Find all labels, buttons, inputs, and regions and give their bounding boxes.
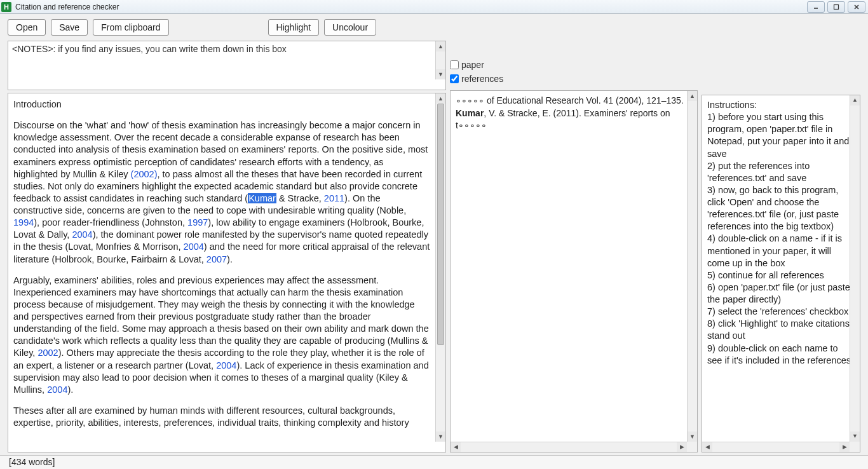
- status-bar: [434 words]: [0, 455, 868, 469]
- left-column: <NOTES>: if you find any issues, you can…: [8, 41, 446, 452]
- app-icon: H: [1, 2, 11, 12]
- word-count: [434 words]: [9, 457, 55, 467]
- notes-textbox[interactable]: <NOTES>: if you find any issues, you can…: [8, 41, 446, 90]
- highlighted-author: Kumar: [248, 193, 276, 203]
- paper-checkbox-label: paper: [461, 60, 484, 70]
- citation-2004d: 2004: [47, 384, 67, 395]
- citation-1997: 1997: [187, 217, 208, 228]
- notes-scrollbar[interactable]: ▲ ▼: [435, 41, 445, 79]
- instructions-hscroll[interactable]: ◀▶: [702, 442, 850, 452]
- window-title: Citation and reference checker: [15, 3, 807, 11]
- references-checkbox-label: references: [461, 74, 503, 84]
- paper-content: Introduction Discourse on the 'what' and…: [8, 93, 435, 452]
- maximize-button[interactable]: [827, 1, 845, 13]
- instructions-title: Instructions:: [707, 99, 855, 111]
- references-checkbox-row[interactable]: references: [450, 74, 698, 84]
- citation-2004b: 2004: [184, 241, 204, 252]
- paper-paragraph-2: Arguably, examiners' abilities, roles an…: [13, 275, 430, 396]
- references-checkbox[interactable]: [450, 74, 459, 83]
- paper-paragraph-1: Discourse on the 'what' and 'how' of the…: [13, 119, 430, 266]
- instructions-vscroll[interactable]: ▲ ▼: [850, 95, 860, 442]
- minimize-button[interactable]: [807, 1, 825, 13]
- citation-1994: 1994: [13, 217, 34, 228]
- paper-heading: Introduction: [13, 99, 430, 111]
- highlight-button[interactable]: Highlight: [268, 19, 319, 36]
- instruction-1: 1) before you start using this program, …: [707, 111, 855, 160]
- middle-column: paper references ∘∘∘∘∘ of Educational Re…: [450, 41, 698, 452]
- from-clipboard-button[interactable]: From clipboard: [93, 19, 168, 36]
- instructions-box: Instructions: 1) before you start using …: [702, 95, 860, 452]
- main-area: <NOTES>: if you find any issues, you can…: [0, 41, 868, 455]
- references-hscroll[interactable]: ◀▶: [451, 442, 687, 452]
- paper-checkbox-row[interactable]: paper: [450, 60, 698, 70]
- paper-paragraph-3: Theses after all are examined by human m…: [13, 405, 430, 429]
- references-textbox[interactable]: ∘∘∘∘∘ of Educational Research Vol. 41 (2…: [450, 90, 698, 452]
- window-controls: [807, 1, 868, 13]
- instruction-5: 5) continue for all references: [707, 269, 855, 282]
- window-titlebar: H Citation and reference checker: [0, 0, 868, 14]
- reference-line-1: ∘∘∘∘∘ of Educational Research Vol. 41 (2…: [456, 95, 692, 107]
- instruction-9: 9) double-click on each name to see if i…: [707, 343, 855, 367]
- svg-rect-1: [834, 4, 839, 9]
- references-vscroll[interactable]: ▲ ▼: [687, 91, 697, 442]
- citation-2004c: 2004: [216, 360, 236, 370]
- paper-checkbox[interactable]: [450, 60, 459, 69]
- citation-2004a: 2004: [72, 229, 92, 240]
- notes-placeholder: <NOTES>: if you find any issues, you can…: [12, 44, 287, 54]
- instruction-2: 2) put the references into 'references.t…: [707, 160, 855, 184]
- instruction-3: 3) now, go back to this program, click '…: [707, 184, 855, 233]
- instruction-4: 4) double-click on a name - if it is men…: [707, 233, 855, 269]
- close-button[interactable]: [848, 1, 865, 13]
- reference-author-bold: Kumar: [456, 108, 484, 118]
- uncolour-button[interactable]: Uncolour: [324, 19, 376, 36]
- paper-textbox[interactable]: Introduction Discourse on the 'what' and…: [8, 93, 446, 452]
- citation-2011: 2011: [324, 193, 344, 203]
- paper-scrollbar[interactable]: ▲ ▼: [435, 93, 445, 442]
- citation-2002: (2002): [131, 169, 158, 179]
- right-column: Instructions: 1) before you start using …: [702, 41, 860, 452]
- citation-2007: 2007: [207, 254, 227, 264]
- reference-line-2: Kumar, V. & Stracke, E. (2011). Examiner…: [456, 107, 692, 132]
- open-button[interactable]: Open: [8, 19, 46, 36]
- save-button[interactable]: Save: [51, 19, 88, 36]
- toolbar: Open Save From clipboard Highlight Uncol…: [0, 14, 868, 41]
- checkboxes-group: paper references: [450, 41, 698, 88]
- instruction-8: 8) click 'Highlight' to make citations s…: [707, 318, 855, 342]
- citation-2002b: 2002: [37, 348, 58, 358]
- instruction-7: 7) select the 'references' checkbox: [707, 306, 855, 318]
- instruction-6: 6) open 'paper.txt' file (or just paste …: [707, 282, 855, 306]
